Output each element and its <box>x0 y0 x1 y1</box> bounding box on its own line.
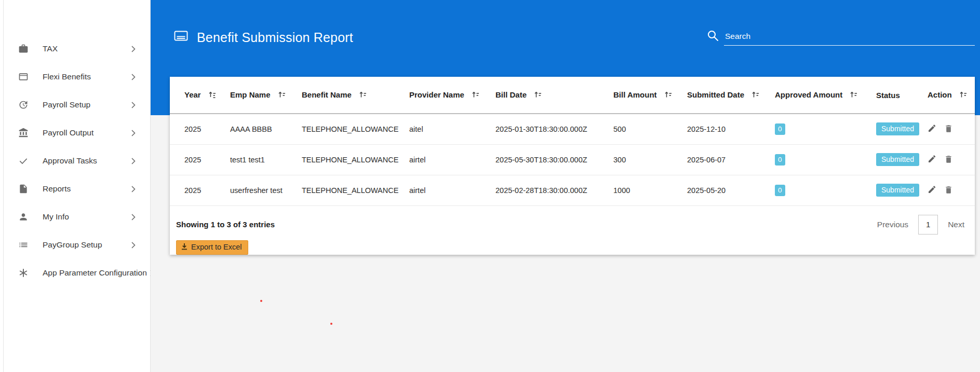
document-icon <box>18 183 29 195</box>
sidebar-item-paygroup-setup[interactable]: PayGroup Setup <box>0 231 150 259</box>
sort-icon <box>359 91 367 100</box>
cell-status: Submitted <box>876 175 928 205</box>
chevron-right-icon <box>128 186 136 192</box>
sidebar-item-payroll-setup[interactable]: Payroll Setup <box>0 91 150 119</box>
pencil-icon[interactable] <box>928 185 936 194</box>
approved-amount-badge: 0 <box>775 123 785 135</box>
cell-approved-amount: 0 <box>775 144 876 175</box>
pagination-next[interactable]: Next <box>948 220 964 229</box>
main-area: Benefit Submission Report <box>151 0 980 372</box>
sort-icon <box>751 91 759 100</box>
sort-icon <box>850 91 857 100</box>
asterisk-icon <box>18 267 29 279</box>
sidebar-item-tax[interactable]: TAX <box>0 35 150 63</box>
pencil-icon[interactable] <box>928 124 936 133</box>
page-header: Benefit Submission Report <box>174 23 975 52</box>
pagination-page-1[interactable]: 1 <box>918 215 938 235</box>
cell-action <box>928 114 975 144</box>
sidebar-nav: TAX Flexi Benefits Payroll Setup <box>0 0 150 287</box>
status-badge: Submitted <box>876 153 919 166</box>
sidebar-item-my-info[interactable]: My Info <box>0 203 150 231</box>
pagination-previous[interactable]: Previous <box>877 220 908 229</box>
cell-bill-amount: 1000 <box>613 175 687 205</box>
export-to-excel-button[interactable]: Export to Excel <box>176 240 248 255</box>
chevron-right-icon <box>128 102 136 108</box>
sidebar-item-label: TAX <box>43 44 58 53</box>
sidebar-left-divider <box>3 0 4 372</box>
cell-year: 2025 <box>170 175 230 205</box>
sidebar-item-app-parameter-configuration[interactable]: App Parameter Configuration <box>0 259 150 287</box>
briefcase-icon <box>18 43 29 54</box>
chevron-right-icon <box>128 158 136 164</box>
pagination: Previous 1 Next <box>877 215 964 235</box>
cell-status: Submitted <box>876 144 928 175</box>
app-root: TAX Flexi Benefits Payroll Setup <box>0 0 980 372</box>
chevron-right-icon <box>128 46 136 52</box>
pencil-icon[interactable] <box>928 155 936 163</box>
search-icon <box>707 30 719 46</box>
column-header-bill-date[interactable]: Bill Date <box>495 77 613 114</box>
red-dot-artifact <box>260 300 262 302</box>
sidebar-item-reports[interactable]: Reports <box>0 175 150 203</box>
monitor-report-icon <box>174 31 188 44</box>
column-header-benefit-name[interactable]: Benefit Name <box>302 77 409 114</box>
sidebar-item-label: Payroll Setup <box>43 100 90 109</box>
table-row: 2025 userfresher test TELEPHONE_ALLOWANC… <box>170 175 975 205</box>
sidebar-item-approval-tasks[interactable]: Approval Tasks <box>0 147 150 175</box>
entries-summary: Showing 1 to 3 of 3 entries <box>176 220 275 229</box>
cell-submitted-date: 2025-05-20 <box>687 175 775 205</box>
sort-icon <box>534 91 542 100</box>
cell-provider-name: airtel <box>409 175 495 205</box>
table-row: 2025 test1 test1 TELEPHONE_ALLOWANCE air… <box>170 144 975 175</box>
export-label: Export to Excel <box>191 243 242 251</box>
chevron-right-icon <box>128 214 136 221</box>
trash-icon[interactable] <box>944 185 953 194</box>
approved-amount-badge: 0 <box>775 185 785 196</box>
column-header-year[interactable]: Year <box>170 77 230 114</box>
column-header-submitted-date[interactable]: Submitted Date <box>687 77 775 114</box>
cell-approved-amount: 0 <box>775 114 876 144</box>
chevron-right-icon <box>128 74 136 80</box>
sidebar-item-label: My Info <box>43 212 69 222</box>
cell-emp-name: test1 test1 <box>230 144 302 175</box>
status-badge: Submitted <box>876 184 919 197</box>
sidebar-item-label: App Parameter Configuration <box>43 268 147 278</box>
report-card: Year Emp Name Benefit Name Provider <box>170 77 975 255</box>
column-header-emp-name[interactable]: Emp Name <box>230 77 302 114</box>
column-header-approved-amount[interactable]: Approved Amount <box>775 77 876 114</box>
cell-benefit-name: TELEPHONE_ALLOWANCE <box>302 114 409 144</box>
sort-asc-icon <box>208 91 216 100</box>
person-icon <box>18 211 29 223</box>
column-header-provider-name[interactable]: Provider Name <box>409 77 495 114</box>
check-icon <box>18 155 29 167</box>
cell-bill-date: 2025-05-30T18:30:00.000Z <box>495 144 613 175</box>
update-clock-icon <box>18 99 29 111</box>
trash-icon[interactable] <box>944 124 953 133</box>
table-footer: Showing 1 to 3 of 3 entries Previous 1 N… <box>170 206 975 235</box>
sort-icon <box>472 91 479 100</box>
cell-provider-name: airtel <box>409 144 495 175</box>
sidebar-item-label: PayGroup Setup <box>43 240 102 250</box>
column-label: Bill Date <box>495 90 527 99</box>
cell-action <box>928 175 975 205</box>
cell-approved-amount: 0 <box>775 175 876 205</box>
cell-emp-name: userfresher test <box>230 175 302 205</box>
cell-bill-date: 2025-02-28T18:30:00.000Z <box>495 175 613 205</box>
sidebar-item-payroll-output[interactable]: Payroll Output <box>0 119 150 147</box>
column-header-status: Status <box>876 77 928 114</box>
sidebar-item-label: Reports <box>43 184 71 194</box>
sort-icon <box>278 91 286 100</box>
cell-bill-amount: 300 <box>613 144 687 175</box>
list-icon <box>18 239 29 251</box>
cell-year: 2025 <box>170 114 230 144</box>
column-label: Year <box>184 90 201 99</box>
column-label: Action <box>928 90 952 99</box>
table-row: 2025 AAAA BBBB TELEPHONE_ALLOWANCE aitel… <box>170 114 975 144</box>
trash-icon[interactable] <box>944 155 953 163</box>
search-input[interactable] <box>724 30 975 46</box>
column-header-bill-amount[interactable]: Bill Amount <box>613 77 687 114</box>
column-header-action[interactable]: Action <box>928 77 975 114</box>
cell-benefit-name: TELEPHONE_ALLOWANCE <box>302 175 409 205</box>
status-badge: Submitted <box>876 122 919 135</box>
sidebar-item-flexi-benefits[interactable]: Flexi Benefits <box>0 63 150 91</box>
